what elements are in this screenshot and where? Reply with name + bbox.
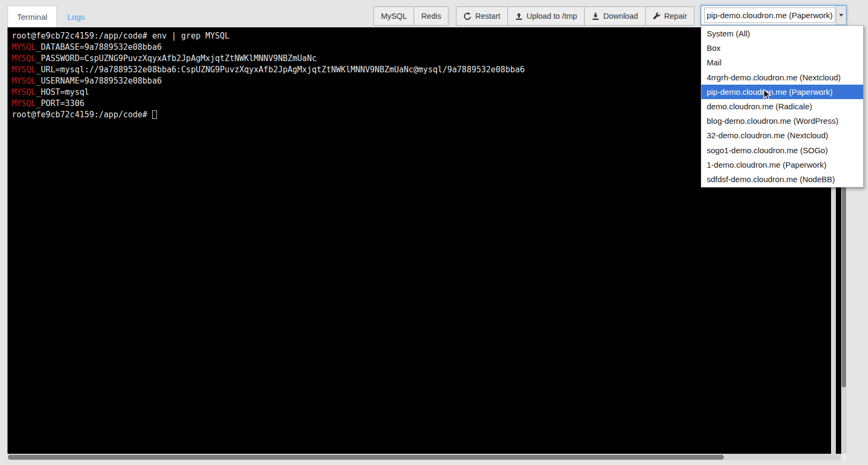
mysql-button[interactable]: MySQL — [373, 6, 414, 26]
download-icon — [592, 12, 600, 20]
dropdown-option[interactable]: demo.cloudron.me (Radicale) — [701, 99, 863, 114]
app-selector-value: pip-demo.cloudron.me (Paperwork) — [705, 8, 835, 22]
upload-icon — [515, 12, 523, 20]
dropdown-option[interactable]: 1-demo.cloudron.me (Paperwork) — [701, 158, 863, 172]
upload-button[interactable]: Upload to /tmp — [508, 6, 585, 26]
upload-button-label: Upload to /tmp — [527, 12, 577, 20]
action-button-group: Restart Upload to /tmp Download Repair — [456, 6, 694, 26]
tab-logs-label: Logs — [68, 12, 85, 21]
dropdown-option[interactable]: sdfdsf-demo.cloudron.me (NodeBB) — [701, 172, 863, 186]
app-selector-dropdown: System (All)BoxMail4rrgrh-demo.cloudron.… — [701, 25, 864, 188]
redis-button[interactable]: Redis — [414, 6, 448, 26]
dropdown-option[interactable]: System (All) — [701, 26, 863, 41]
redis-button-label: Redis — [421, 12, 441, 20]
tab-terminal-label: Terminal — [17, 12, 48, 21]
dropdown-option[interactable]: 32-demo.cloudron.me (Nextcloud) — [701, 128, 863, 142]
horizontal-scrollbar-thumb[interactable] — [8, 455, 724, 460]
repair-button-label: Repair — [664, 12, 687, 20]
repair-button[interactable]: Repair — [646, 6, 695, 26]
dropdown-option-highlighted[interactable]: pip-demo.cloudron.me (Paperwork) — [701, 85, 863, 99]
app-selector[interactable]: pip-demo.cloudron.me (Paperwork) — [701, 5, 847, 25]
dropdown-option[interactable]: blog-demo.cloudron.me (WordPress) — [701, 114, 863, 128]
restart-button[interactable]: Restart — [456, 6, 508, 26]
db-button-group: MySQL Redis — [373, 6, 448, 26]
dropdown-option[interactable]: Box — [701, 41, 863, 55]
download-button[interactable]: Download — [585, 6, 646, 26]
dropdown-option[interactable]: sogo1-demo.cloudron.me (SOGo) — [701, 143, 863, 158]
tab-logs[interactable]: Logs — [57, 6, 95, 27]
cursor-arrow-icon — [763, 89, 772, 104]
restart-button-label: Restart — [475, 12, 500, 20]
dropdown-option[interactable]: 4rrgrh-demo.cloudron.me (Nextcloud) — [701, 70, 863, 85]
scrollbar-corner — [841, 454, 847, 460]
download-button-label: Download — [603, 12, 638, 20]
select-arrow-icon[interactable] — [836, 6, 846, 25]
mysql-button-label: MySQL — [381, 12, 407, 20]
terminal-cursor — [152, 110, 157, 119]
wrench-icon — [653, 12, 661, 20]
refresh-icon — [463, 12, 472, 20]
tab-terminal[interactable]: Terminal — [8, 6, 57, 27]
dropdown-option[interactable]: Mail — [701, 55, 863, 70]
